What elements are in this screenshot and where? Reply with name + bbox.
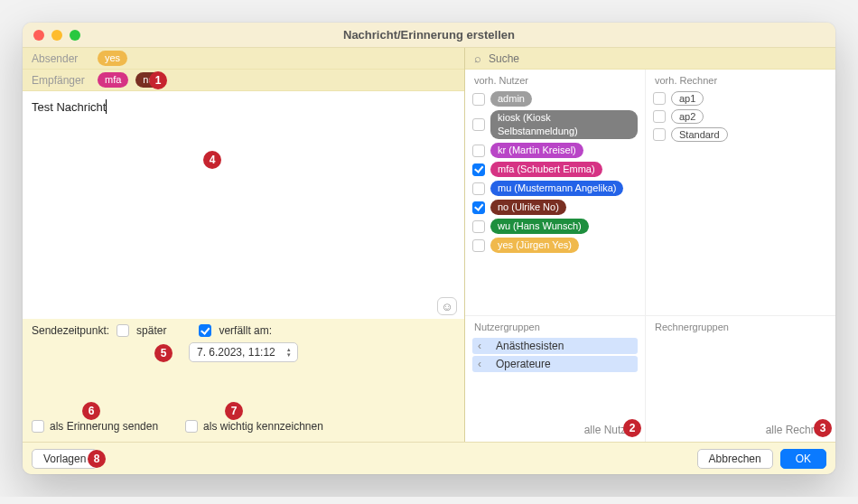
search-input[interactable] [487,51,826,66]
search-row: ⌕ [465,48,835,70]
annotation-4: 4 [203,151,221,169]
user-pill: mfa (Schubert Emma) [490,162,602,177]
later-label: später [136,324,166,337]
user-checkbox[interactable] [472,239,485,252]
user-pill: yes (Jürgen Yes) [490,238,579,253]
user-item[interactable]: kr (Martin Kreisel) [472,141,638,160]
user-group-item[interactable]: ‹Operateure [472,356,638,372]
recipient-pill[interactable]: no [135,72,161,88]
user-checkbox[interactable] [472,201,485,214]
user-checkbox[interactable] [472,182,485,195]
emoji-picker-button[interactable]: ☺ [437,297,457,315]
important-label: als wichtig kennzeichnen [203,420,323,433]
stepper-icon[interactable]: ▲▼ [286,347,292,358]
user-item[interactable]: wu (Hans Wunsch) [472,217,638,236]
user-checkbox[interactable] [472,118,485,131]
reminder-checkbox[interactable] [32,420,44,433]
host-item[interactable]: ap2 [653,107,828,126]
user-item[interactable]: no (Ulrike No) [472,198,638,217]
window-title: Nachricht/Erinnerung erstellen [23,28,835,42]
titlebar[interactable]: Nachricht/Erinnerung erstellen [23,23,835,48]
group-label: Operateure [496,358,551,370]
close-icon[interactable] [33,30,44,41]
sender-row: Absender yes [23,48,464,70]
hosts-header: vorh. Rechner [646,70,835,89]
user-pill: kr (Martin Kreisel) [490,143,583,158]
user-item[interactable]: yes (Jürgen Yes) [472,236,638,255]
user-groups-header: Nutzergruppen [465,316,645,336]
all-hosts-button[interactable]: alle Rechner [646,418,835,442]
user-checkbox[interactable] [472,145,485,157]
host-checkbox[interactable] [653,110,666,123]
search-icon: ⌕ [474,51,481,65]
chevron-left-icon: ‹ [478,340,487,352]
recipient-pill[interactable]: mfa [98,72,128,88]
host-checkbox[interactable] [653,128,666,141]
user-item[interactable]: mu (Mustermann Angelika) [472,179,638,198]
footer: Vorlagen 8 Abbrechen OK [23,442,835,474]
send-time-label: Sendezeitpunkt: [32,324,109,337]
user-item[interactable]: admin [472,89,638,108]
user-pill: no (Ulrike No) [490,200,566,215]
group-label: Anästhesisten [496,340,564,352]
message-window: Nachricht/Erinnerung erstellen Absender … [23,23,835,474]
host-pill: ap2 [671,109,704,124]
message-text: Test Nachricht [32,100,106,114]
chevron-left-icon: ‹ [478,358,487,370]
recipient-label: Empfänger [32,74,90,87]
templates-button[interactable]: Vorlagen [32,449,98,469]
user-pill: mu (Mustermann Angelika) [490,181,623,196]
host-item[interactable]: ap1 [653,89,828,107]
user-item[interactable]: mfa (Schubert Emma) [472,160,638,179]
expires-label: verfällt am: [219,324,272,337]
expires-checkbox[interactable] [199,324,211,337]
host-pill: Standard [671,127,728,142]
cancel-button[interactable]: Abbrechen [697,449,773,469]
sender-pill[interactable]: yes [98,51,127,66]
user-pill: kiosk (Kiosk Selbstanmeldung) [490,110,638,139]
user-item[interactable]: kiosk (Kiosk Selbstanmeldung) [472,108,638,141]
important-checkbox[interactable] [185,420,198,433]
users-header: vorh. Nutzer [465,70,645,89]
options-panel: ☺ Sendezeitpunkt: später verfällt am: 5 … [23,319,464,442]
maximize-icon[interactable] [70,30,80,41]
sender-label: Absender [32,52,90,65]
user-pill: wu (Hans Wunsch) [490,219,589,234]
reminder-label: als Erinnerung senden [50,420,158,433]
minimize-icon[interactable] [51,30,62,41]
user-group-item[interactable]: ‹Anästhesisten [472,338,638,354]
later-checkbox[interactable] [117,324,129,337]
expires-datetime-input[interactable]: 7. 6.2023, 11:12 ▲▼ [189,342,298,362]
user-pill: admin [490,91,532,107]
user-checkbox[interactable] [472,163,485,176]
host-pill: ap1 [671,91,704,106]
host-item[interactable]: Standard [653,126,828,144]
host-checkbox[interactable] [653,92,666,105]
user-checkbox[interactable] [472,220,485,233]
all-users-button[interactable]: alle Nutzer [465,418,645,442]
recipient-row: Empfänger mfa no 1 [23,70,464,91]
message-textarea[interactable]: Test Nachricht 4 [23,91,464,319]
user-checkbox[interactable] [472,93,485,106]
host-groups-header: Rechnergruppen [646,316,835,336]
ok-button[interactable]: OK [780,449,826,469]
